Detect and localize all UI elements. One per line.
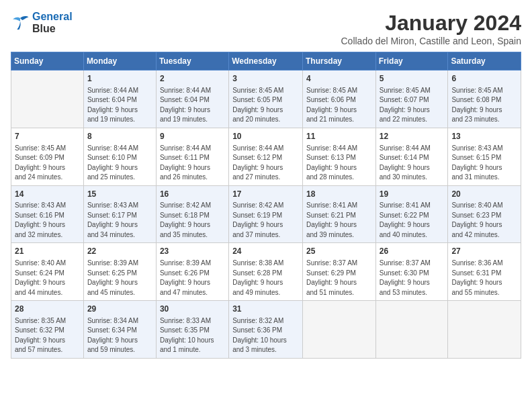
- day-number: 4: [306, 73, 372, 85]
- day-number: 15: [87, 189, 152, 200]
- calendar-cell: 12Sunrise: 8:44 AM Sunset: 6:14 PM Dayli…: [375, 128, 448, 185]
- calendar-cell: 25Sunrise: 8:37 AM Sunset: 6:29 PM Dayli…: [302, 243, 375, 301]
- calendar-cell: 18Sunrise: 8:41 AM Sunset: 6:21 PM Dayli…: [302, 185, 375, 243]
- day-number: 11: [306, 131, 372, 142]
- day-number: 25: [306, 246, 372, 257]
- day-number: 18: [306, 189, 372, 200]
- day-number: 6: [451, 73, 517, 85]
- day-info: Sunrise: 8:45 AM Sunset: 6:07 PM Dayligh…: [380, 86, 445, 125]
- page-header: General Blue January 2024 Collado del Mi…: [11, 11, 521, 46]
- day-info: Sunrise: 8:39 AM Sunset: 6:26 PM Dayligh…: [160, 259, 225, 298]
- day-info: Sunrise: 8:45 AM Sunset: 6:08 PM Dayligh…: [451, 86, 517, 125]
- day-number: 16: [160, 189, 225, 200]
- day-number: 23: [160, 246, 225, 257]
- calendar-table: SundayMondayTuesdayWednesdayThursdayFrid…: [11, 52, 521, 359]
- calendar-cell: [375, 301, 448, 359]
- day-number: 5: [380, 73, 445, 85]
- day-info: Sunrise: 8:44 AM Sunset: 6:14 PM Dayligh…: [380, 144, 445, 183]
- day-info: Sunrise: 8:43 AM Sunset: 6:15 PM Dayligh…: [451, 144, 517, 183]
- day-number: 8: [87, 131, 152, 142]
- day-number: 3: [232, 73, 299, 85]
- day-number: 27: [451, 246, 517, 257]
- day-info: Sunrise: 8:42 AM Sunset: 6:19 PM Dayligh…: [232, 201, 299, 240]
- calendar-cell: 30Sunrise: 8:33 AM Sunset: 6:35 PM Dayli…: [156, 301, 228, 359]
- day-info: Sunrise: 8:43 AM Sunset: 6:16 PM Dayligh…: [15, 201, 80, 240]
- calendar-cell: 7Sunrise: 8:45 AM Sunset: 6:09 PM Daylig…: [11, 128, 84, 185]
- calendar-cell: 26Sunrise: 8:37 AM Sunset: 6:30 PM Dayli…: [375, 243, 448, 301]
- day-info: Sunrise: 8:44 AM Sunset: 6:12 PM Dayligh…: [232, 144, 299, 183]
- calendar-cell: 23Sunrise: 8:39 AM Sunset: 6:26 PM Dayli…: [156, 243, 228, 301]
- day-info: Sunrise: 8:37 AM Sunset: 6:29 PM Dayligh…: [306, 259, 372, 298]
- calendar-cell: 6Sunrise: 8:45 AM Sunset: 6:08 PM Daylig…: [448, 71, 521, 128]
- day-number: 1: [87, 73, 152, 85]
- day-number: 31: [232, 304, 299, 315]
- calendar-subtitle: Collado del Miron, Castille and Leon, Sp…: [341, 36, 522, 46]
- calendar-cell: 22Sunrise: 8:39 AM Sunset: 6:25 PM Dayli…: [83, 243, 156, 301]
- day-number: 22: [87, 246, 152, 257]
- calendar-cell: 19Sunrise: 8:41 AM Sunset: 6:22 PM Dayli…: [375, 185, 448, 243]
- calendar-cell: 20Sunrise: 8:40 AM Sunset: 6:23 PM Dayli…: [448, 185, 521, 243]
- logo-bird-icon: [11, 15, 30, 31]
- day-info: Sunrise: 8:44 AM Sunset: 6:11 PM Dayligh…: [160, 144, 225, 183]
- day-info: Sunrise: 8:45 AM Sunset: 6:09 PM Dayligh…: [15, 144, 80, 183]
- day-number: 26: [380, 246, 445, 257]
- calendar-cell: 28Sunrise: 8:35 AM Sunset: 6:32 PM Dayli…: [11, 301, 84, 359]
- calendar-cell: 10Sunrise: 8:44 AM Sunset: 6:12 PM Dayli…: [229, 128, 303, 185]
- calendar-title: January 2024: [341, 11, 522, 36]
- day-info: Sunrise: 8:35 AM Sunset: 6:32 PM Dayligh…: [15, 316, 80, 355]
- calendar-cell: [448, 301, 521, 359]
- calendar-cell: 8Sunrise: 8:44 AM Sunset: 6:10 PM Daylig…: [83, 128, 156, 185]
- day-number: 17: [232, 189, 299, 200]
- calendar-cell: 11Sunrise: 8:44 AM Sunset: 6:13 PM Dayli…: [302, 128, 375, 185]
- col-header-thursday: Thursday: [302, 52, 375, 71]
- calendar-cell: 31Sunrise: 8:32 AM Sunset: 6:36 PM Dayli…: [229, 301, 303, 359]
- day-number: 10: [232, 131, 299, 142]
- calendar-cell: 9Sunrise: 8:44 AM Sunset: 6:11 PM Daylig…: [156, 128, 228, 185]
- calendar-cell: [302, 301, 375, 359]
- day-info: Sunrise: 8:42 AM Sunset: 6:18 PM Dayligh…: [160, 201, 225, 240]
- day-info: Sunrise: 8:40 AM Sunset: 6:24 PM Dayligh…: [15, 259, 80, 298]
- day-number: 2: [160, 73, 225, 85]
- calendar-cell: 21Sunrise: 8:40 AM Sunset: 6:24 PM Dayli…: [11, 243, 84, 301]
- day-info: Sunrise: 8:40 AM Sunset: 6:23 PM Dayligh…: [451, 201, 517, 240]
- day-info: Sunrise: 8:39 AM Sunset: 6:25 PM Dayligh…: [87, 259, 152, 298]
- day-info: Sunrise: 8:44 AM Sunset: 6:04 PM Dayligh…: [160, 86, 225, 125]
- calendar-cell: 13Sunrise: 8:43 AM Sunset: 6:15 PM Dayli…: [448, 128, 521, 185]
- logo: General Blue: [11, 11, 73, 35]
- day-number: 21: [15, 246, 80, 257]
- col-header-friday: Friday: [375, 52, 448, 71]
- day-number: 12: [380, 131, 445, 142]
- day-number: 14: [15, 189, 80, 200]
- day-info: Sunrise: 8:45 AM Sunset: 6:05 PM Dayligh…: [232, 86, 299, 125]
- day-number: 20: [451, 189, 517, 200]
- calendar-cell: [11, 71, 84, 128]
- day-number: 13: [451, 131, 517, 142]
- day-info: Sunrise: 8:33 AM Sunset: 6:35 PM Dayligh…: [160, 316, 225, 355]
- day-info: Sunrise: 8:43 AM Sunset: 6:17 PM Dayligh…: [87, 201, 152, 240]
- day-info: Sunrise: 8:45 AM Sunset: 6:06 PM Dayligh…: [306, 86, 372, 125]
- day-number: 29: [87, 304, 152, 315]
- day-info: Sunrise: 8:44 AM Sunset: 6:10 PM Dayligh…: [87, 144, 152, 183]
- calendar-cell: 2Sunrise: 8:44 AM Sunset: 6:04 PM Daylig…: [156, 71, 228, 128]
- calendar-cell: 17Sunrise: 8:42 AM Sunset: 6:19 PM Dayli…: [229, 185, 303, 243]
- logo-text: General Blue: [32, 11, 73, 35]
- day-info: Sunrise: 8:37 AM Sunset: 6:30 PM Dayligh…: [380, 259, 445, 298]
- day-info: Sunrise: 8:44 AM Sunset: 6:04 PM Dayligh…: [87, 86, 152, 125]
- col-header-tuesday: Tuesday: [156, 52, 228, 71]
- day-number: 28: [15, 304, 80, 315]
- day-number: 19: [380, 189, 445, 200]
- calendar-cell: 4Sunrise: 8:45 AM Sunset: 6:06 PM Daylig…: [302, 71, 375, 128]
- col-header-monday: Monday: [83, 52, 156, 71]
- day-info: Sunrise: 8:41 AM Sunset: 6:22 PM Dayligh…: [380, 201, 445, 240]
- day-info: Sunrise: 8:36 AM Sunset: 6:31 PM Dayligh…: [451, 259, 517, 298]
- calendar-header: January 2024 Collado del Miron, Castille…: [341, 11, 522, 46]
- day-info: Sunrise: 8:32 AM Sunset: 6:36 PM Dayligh…: [232, 316, 299, 355]
- calendar-cell: 1Sunrise: 8:44 AM Sunset: 6:04 PM Daylig…: [83, 71, 156, 128]
- calendar-cell: 15Sunrise: 8:43 AM Sunset: 6:17 PM Dayli…: [83, 185, 156, 243]
- day-info: Sunrise: 8:44 AM Sunset: 6:13 PM Dayligh…: [306, 144, 372, 183]
- calendar-cell: 24Sunrise: 8:38 AM Sunset: 6:28 PM Dayli…: [229, 243, 303, 301]
- day-number: 24: [232, 246, 299, 257]
- day-info: Sunrise: 8:34 AM Sunset: 6:34 PM Dayligh…: [87, 316, 152, 355]
- day-number: 9: [160, 131, 225, 142]
- col-header-sunday: Sunday: [11, 52, 84, 71]
